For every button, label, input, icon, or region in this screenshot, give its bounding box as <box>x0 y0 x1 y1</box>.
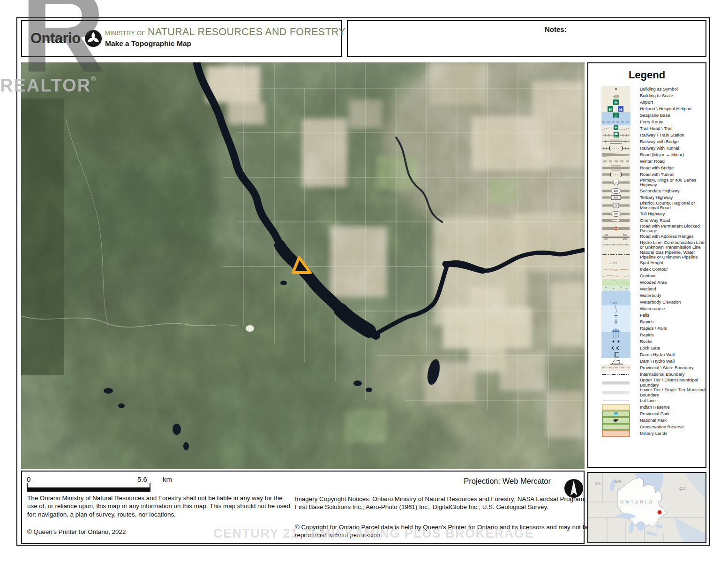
legend-item-label: Building to Scale <box>640 93 705 98</box>
svg-text:⚓: ⚓ <box>613 113 619 119</box>
legend-item: Rocks <box>588 338 705 345</box>
ontario-wordmark: Ontario <box>30 30 81 47</box>
military-symbol <box>601 430 630 437</box>
legend-item: One Way Road <box>588 217 705 224</box>
legend-item: Provincial \ State Boundary <box>588 365 705 371</box>
legend-item: Lot Line <box>588 397 705 404</box>
contour-symbol <box>601 273 630 279</box>
legend-item-label: Wetland <box>640 287 705 291</box>
road-taper-symbol <box>601 152 630 158</box>
svg-text:420: 420 <box>604 234 608 236</box>
legend-item-label: Dam \ Hydro Wall <box>640 352 705 357</box>
scale-unit-label: km <box>163 475 172 483</box>
svg-text:H: H <box>619 107 622 112</box>
legend-item-label: Lower Tier \ Single Tier Municipal Bound… <box>640 388 705 397</box>
legend-item: Dam \ Hydro Wall <box>588 358 705 365</box>
notes-label: Notes: <box>545 25 567 33</box>
cons-reserve-symbol <box>601 424 630 430</box>
legend-item-label: Conservation Reserve <box>640 425 705 429</box>
legend-item: Indian Reserve <box>588 404 705 411</box>
heliport-symbol: HH <box>601 106 630 112</box>
legend-item: Trail Head \ Trail <box>588 125 705 132</box>
ministry-name: NATURAL RESOURCES AND FORESTRY <box>148 26 345 38</box>
lot-line-symbol <box>601 397 630 404</box>
lock-gate-symbol <box>601 345 630 351</box>
legend-item-label: Provincial Park <box>640 411 705 416</box>
legend-item: Wooded Area <box>588 279 705 286</box>
svg-text:✈: ✈ <box>614 100 618 105</box>
legend-item-label: Primary, Kings or 400 Series Highway <box>640 178 705 188</box>
legend-item-label: Spot Height <box>640 260 705 265</box>
legend-item: National Park <box>588 417 705 424</box>
legend-item-label: Index Contour <box>640 267 705 272</box>
prov-boundary-symbol <box>601 365 630 371</box>
imagery-copyright-text: Imagery Copyright Notices: Ontario Minis… <box>295 495 597 511</box>
legend-item: 524Secondary Highway <box>588 188 705 194</box>
legend-item: Railway \ Train Station <box>588 132 705 138</box>
legend-item-label: Indian Reserve <box>640 405 705 410</box>
legend-item: Contour <box>588 273 705 279</box>
legend-item-label: National Park <box>640 418 705 423</box>
queens-printer-copyright: © Queen's Printer for Ontario, 2022 <box>27 528 126 536</box>
legend-item: Building to Scale <box>588 92 705 99</box>
ontario-locator-map: SK MB ONTARIO QC <box>588 473 705 542</box>
building-symbol-symbol <box>601 86 630 92</box>
legend-item-label: Hydro Line, Communication Line or Unknow… <box>640 240 705 250</box>
legend-item: Hydro Line, Communication Line or Unknow… <box>588 240 705 250</box>
legend-item-label: Ferry Route <box>640 120 705 124</box>
parcel-copyright-text: © Copyright for Ontario Parcel data is h… <box>295 523 603 540</box>
hwy-primary-symbol: 7 <box>601 178 630 188</box>
north-arrow-icon <box>564 479 584 498</box>
indian-reserve-symbol <box>601 404 630 411</box>
legend-item: Road (Major → Minor) <box>588 152 705 158</box>
legend-item: Upper Tier \ District Municipal Boundary <box>588 378 705 388</box>
legend-item-label: Contour <box>640 274 705 278</box>
legend-item-label: Secondary Highway <box>640 189 705 193</box>
rocks-symbol <box>601 338 630 345</box>
legend-item-label: Building as Symbol <box>640 87 705 91</box>
ministry-title: MINISTRY OF NATURAL RESOURCES AND FOREST… <box>105 26 345 38</box>
legend-item-label: Rocks <box>640 339 705 344</box>
legend-item: Road with Tunnel <box>588 171 705 178</box>
legend-item: Rapids <box>588 319 705 325</box>
legend-item: Lock Gate <box>588 345 705 351</box>
legend-item-label: Natural Gas Pipeline, Water Pipeline or … <box>640 250 705 260</box>
header: Ontario MINISTRY OF NATURAL RESOURCES AN… <box>21 20 342 57</box>
upper-tier-symbol <box>601 378 630 388</box>
scale-bar <box>27 487 150 492</box>
watercourse-symbol <box>601 305 630 312</box>
inset-label-sk: SK <box>595 481 601 486</box>
hydro-line-symbol <box>601 240 630 250</box>
legend-item-label: Railway \ Train Station <box>640 133 705 137</box>
legend-item-label: Road with Bridge <box>640 166 705 170</box>
legend-item: 420500421499Road with Address Ranges <box>588 234 705 240</box>
legend-item: Lower Tier \ Single Tier Municipal Bound… <box>588 388 705 397</box>
waterbody-symbol <box>601 292 630 299</box>
legend-item: Waterbody <box>588 292 705 299</box>
rail-tunnel-symbol <box>601 145 630 152</box>
dam-t-symbol <box>601 351 630 358</box>
rapids-band-symbol <box>601 332 630 338</box>
legend-item: Falls <box>588 312 705 319</box>
intl-boundary-symbol <box>601 371 630 378</box>
prov-park-symbol <box>601 411 630 417</box>
wooded-symbol <box>601 279 630 286</box>
legend-item-label: Heliport \ Hospital Heliport <box>640 107 705 111</box>
svg-text:238: 238 <box>613 262 617 265</box>
legend-item: ⚓Seaplane Base <box>588 112 705 119</box>
legend-item: Wetland <box>588 286 705 292</box>
legend-item: 184Waterbody Elevation <box>588 299 705 305</box>
lower-tier-symbol <box>601 388 630 397</box>
ferry-symbol <box>601 119 630 125</box>
map-canvas <box>21 62 585 469</box>
svg-text:28: 28 <box>615 205 617 207</box>
rapids-pt-symbol <box>601 319 630 325</box>
legend-item: Natural Gas Pipeline, Water Pipeline or … <box>588 250 705 260</box>
legend-item: Conservation Reserve <box>588 424 705 430</box>
satellite-imagery <box>21 62 585 469</box>
legend-item: International Boundary <box>588 371 705 378</box>
legend-item-label: Toll Highway <box>640 212 705 216</box>
scale-start-label: 0 <box>27 475 30 483</box>
legend-item-label: Upper Tier \ District Municipal Boundary <box>640 378 705 388</box>
trail-symbol <box>601 125 630 132</box>
